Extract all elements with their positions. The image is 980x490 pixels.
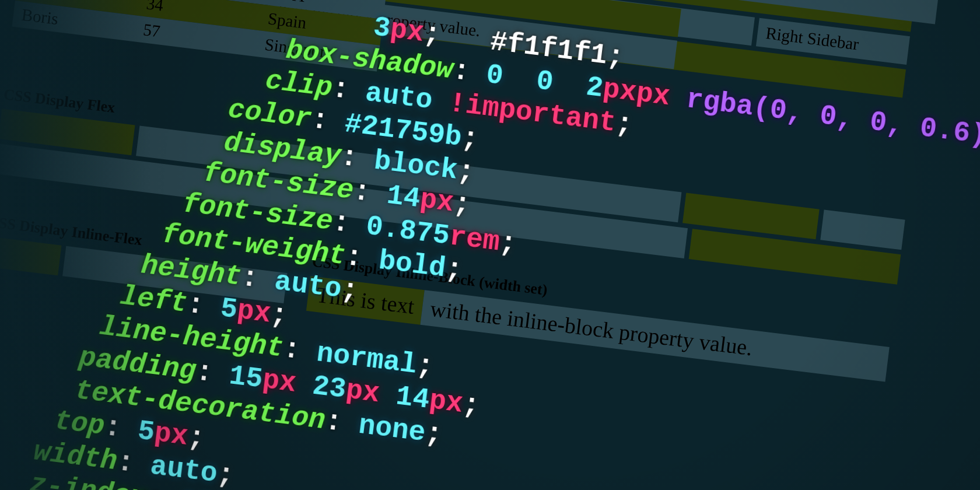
background-cards: CSS Display Grid Header Content Right Si… xyxy=(0,0,980,490)
